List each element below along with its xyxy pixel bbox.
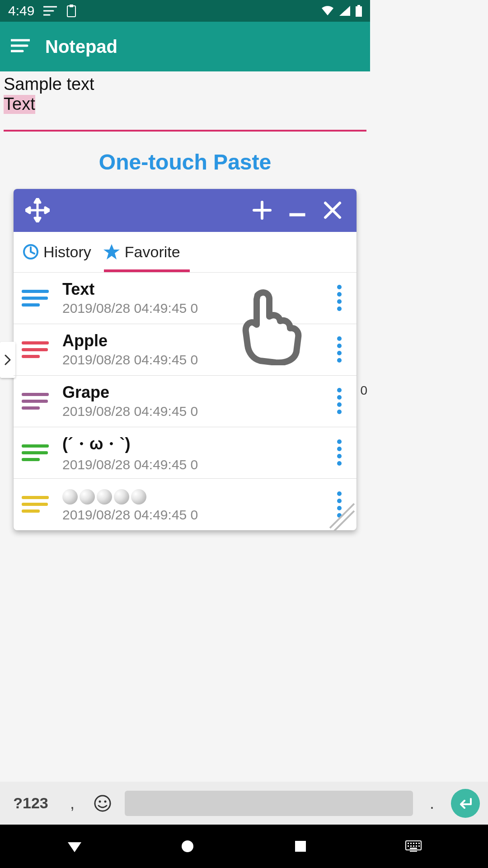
cell-signal-icon xyxy=(339,6,350,16)
svg-marker-15 xyxy=(45,208,50,213)
list-item-body: 2019/08/28 04:49:45 0 xyxy=(62,486,317,523)
more-icon[interactable] xyxy=(330,491,348,518)
menu-icon[interactable] xyxy=(11,39,30,54)
stray-zero: 0 xyxy=(360,383,367,398)
list-item-subtitle: 2019/08/28 04:49:45 0 xyxy=(62,457,317,472)
list-item[interactable]: 2019/08/28 04:49:45 0 xyxy=(14,479,357,530)
note-lines-icon xyxy=(22,341,49,358)
more-icon[interactable] xyxy=(330,285,348,311)
status-time: 4:49 xyxy=(8,3,34,19)
minimize-button[interactable] xyxy=(282,194,313,226)
svg-rect-5 xyxy=(356,6,362,17)
clock-icon xyxy=(23,244,39,260)
wifi-icon xyxy=(321,6,334,16)
note-editor[interactable]: Sample text Text xyxy=(0,71,370,132)
list-item-body: (´・ω・`)2019/08/28 04:49:45 0 xyxy=(62,433,317,472)
add-button[interactable] xyxy=(246,194,278,226)
status-right xyxy=(321,5,362,17)
panel-header[interactable] xyxy=(14,189,357,232)
status-left: 4:49 xyxy=(8,3,77,19)
list-item-title xyxy=(62,486,317,505)
app-bar: Notepad xyxy=(0,22,370,71)
svg-marker-12 xyxy=(35,198,40,203)
app-title: Notepad xyxy=(45,37,117,57)
svg-marker-13 xyxy=(35,218,40,222)
tab-favorite[interactable]: Favorite xyxy=(100,232,183,272)
note-line1: Sample text xyxy=(4,75,366,94)
svg-line-23 xyxy=(31,252,34,254)
status-bar: 4:49 xyxy=(0,0,370,22)
list-item[interactable]: (´・ω・`)2019/08/28 04:49:45 0 xyxy=(14,427,357,479)
svg-rect-3 xyxy=(67,6,75,17)
notification-sort-icon xyxy=(43,6,57,16)
paste-panel-wrap: 0 xyxy=(14,189,357,530)
list-item-title: (´・ω・`) xyxy=(62,433,317,455)
panel-tabs: History Favorite xyxy=(14,232,357,273)
svg-marker-14 xyxy=(25,208,30,213)
list-item-subtitle: 2019/08/28 04:49:45 0 xyxy=(62,404,317,419)
editor-underline xyxy=(4,130,366,132)
clipboard-icon xyxy=(66,5,77,17)
expand-chevron[interactable] xyxy=(0,342,15,378)
feature-title: One-touch Paste xyxy=(0,150,370,175)
list-item-body: Grape2019/08/28 04:49:45 0 xyxy=(62,383,317,419)
note-lines-icon xyxy=(22,290,49,307)
list-item-subtitle: 2019/08/28 04:49:45 0 xyxy=(62,507,317,523)
svg-rect-6 xyxy=(357,5,360,6)
more-icon[interactable] xyxy=(330,388,348,414)
more-icon[interactable] xyxy=(330,439,348,466)
tab-history-label: History xyxy=(43,243,91,261)
note-lines-icon xyxy=(22,444,49,461)
note-lines-icon xyxy=(22,496,49,513)
note-selected-text: Text xyxy=(4,95,35,114)
more-icon[interactable] xyxy=(330,336,348,363)
note-lines-icon xyxy=(22,393,49,410)
tab-history[interactable]: History xyxy=(20,232,94,272)
close-button[interactable] xyxy=(317,194,348,226)
active-tab-underline xyxy=(104,269,190,272)
tab-favorite-label: Favorite xyxy=(125,243,180,261)
move-handle-icon[interactable] xyxy=(22,194,53,226)
pointer-hand-icon xyxy=(230,288,307,367)
battery-icon xyxy=(356,5,362,17)
list-item-title: Grape xyxy=(62,383,317,402)
svg-rect-4 xyxy=(70,5,73,7)
list-item[interactable]: Grape2019/08/28 04:49:45 0 xyxy=(14,376,357,427)
star-icon xyxy=(103,243,120,260)
